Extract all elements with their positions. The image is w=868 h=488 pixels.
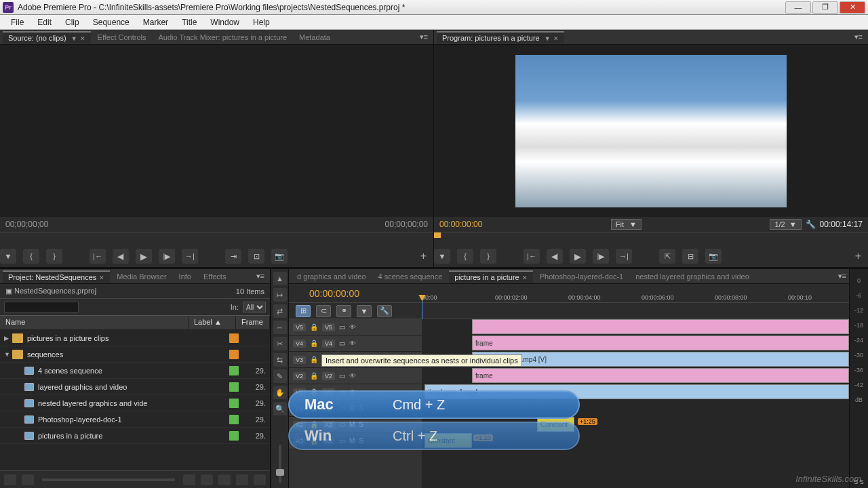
hand-tool-icon[interactable]: ✋ [273, 386, 287, 399]
export-frame-icon[interactable]: 📷 [705, 249, 722, 264]
step-back-icon[interactable]: ◀| [547, 249, 563, 264]
marker-button[interactable]: ▼ [357, 305, 372, 317]
tree-row[interactable]: layered graphics and video29. [0, 379, 270, 395]
panel-menu-icon[interactable]: ▾≡ [852, 33, 865, 41]
icon-view-icon[interactable] [22, 474, 34, 485]
tree-row[interactable]: pictures in a picture29. [0, 428, 270, 444]
tree-row[interactable]: ▶pictures in a picture clips [0, 330, 270, 346]
play-icon[interactable]: ▶ [136, 249, 152, 264]
tab-project[interactable]: Project: NestedSequences✕ [3, 270, 110, 283]
close-icon[interactable]: ✕ [522, 274, 528, 281]
add-transport-button[interactable]: + [855, 250, 861, 262]
audio-level-slider[interactable] [279, 445, 281, 483]
tree-row[interactable]: 4 scenes sequence29. [0, 363, 270, 379]
search-input[interactable] [4, 302, 79, 312]
clip-v4-frame[interactable]: frame [472, 336, 849, 350]
new-item-icon[interactable] [236, 474, 248, 485]
sort-icon[interactable] [183, 474, 195, 485]
panel-menu-icon[interactable]: ▾≡ [835, 272, 849, 281]
tab-program[interactable]: Program: pictures in a picture ▼✕ [437, 31, 564, 43]
menu-title[interactable]: Title [175, 16, 203, 28]
rate-tool-icon[interactable]: ↔ [273, 321, 287, 334]
pen-tool-icon[interactable]: ✎ [273, 369, 287, 383]
close-icon[interactable]: ✕ [99, 274, 104, 281]
minimize-button[interactable]: — [785, 1, 811, 14]
new-bin-icon[interactable] [218, 474, 231, 485]
in-point-icon[interactable]: { [457, 249, 473, 264]
goto-in-icon[interactable]: |← [90, 249, 106, 264]
panel-menu-icon[interactable]: ▾≡ [254, 272, 267, 281]
lift-icon[interactable]: ⇱ [659, 249, 675, 264]
overwrite-icon[interactable]: ⊡ [248, 249, 264, 264]
panel-menu-icon[interactable]: ▾≡ [417, 33, 431, 41]
selection-tool-icon[interactable]: ▲ [273, 272, 287, 285]
col-name[interactable]: Name [0, 316, 189, 329]
program-left-timecode[interactable]: 00:00:00:00 [439, 220, 482, 229]
slip-tool-icon[interactable]: ⇆ [273, 353, 287, 367]
menu-marker[interactable]: Marker [136, 16, 175, 28]
menu-edit[interactable]: Edit [31, 16, 58, 28]
insert-icon[interactable]: ⇥ [225, 249, 241, 264]
tab-effect-controls[interactable]: Effect Controls [92, 32, 152, 43]
snap-button[interactable]: ⊂ [316, 305, 331, 317]
play-icon[interactable]: ▶ [570, 249, 586, 264]
zoom-fit-dropdown[interactable]: Fit ▼ [611, 219, 642, 230]
track-select-tool-icon[interactable]: ↦ [273, 288, 287, 302]
step-fwd-icon[interactable]: |▶ [159, 249, 175, 264]
tree-row[interactable]: ▼sequences [0, 346, 270, 363]
tab-metadata[interactable]: Metadata [294, 32, 336, 43]
zoom-tool-icon[interactable]: 🔍 [273, 402, 287, 415]
program-ruler[interactable] [434, 232, 868, 245]
sequence-tab[interactable]: 4 scenes sequence [373, 271, 448, 282]
filter-in-dropdown[interactable]: All [243, 302, 266, 312]
delete-icon[interactable] [254, 474, 266, 485]
razor-tool-icon[interactable]: ✂ [273, 337, 287, 350]
menu-clip[interactable]: Clip [58, 16, 86, 28]
tab-source[interactable]: Source: (no clips) ▼✕ [3, 31, 91, 43]
nest-toggle-button[interactable]: ⊞ [296, 305, 311, 317]
in-point-icon[interactable]: { [23, 249, 39, 264]
tab-dropdown-icon[interactable]: ▼ [71, 35, 77, 42]
clip-v2-frame[interactable]: frame [472, 368, 849, 383]
find-icon[interactable] [201, 474, 213, 485]
goto-out-icon[interactable]: →| [616, 249, 632, 264]
tab-media-browser[interactable]: Media Browser [111, 271, 172, 282]
source-ruler[interactable] [0, 232, 433, 245]
step-back-icon[interactable]: ◀| [113, 249, 129, 264]
program-playhead[interactable] [434, 232, 441, 238]
linked-button[interactable]: ⚭ [336, 305, 351, 317]
out-point-icon[interactable]: } [46, 249, 62, 264]
goto-in-icon[interactable]: |← [524, 249, 540, 264]
sequence-tab[interactable]: d graphics and video [292, 271, 372, 282]
resolution-dropdown[interactable]: 1/2 ▼ [770, 219, 801, 230]
clip-v5[interactable] [472, 319, 849, 334]
restore-button[interactable]: ❐ [812, 1, 838, 14]
tab-info[interactable]: Info [174, 271, 197, 282]
sequence-tab[interactable]: nested layered graphics and video [630, 271, 755, 282]
menu-help[interactable]: Help [246, 16, 277, 28]
marker-icon[interactable]: ▼ [434, 249, 450, 264]
settings-icon[interactable]: 🔧 [806, 220, 816, 229]
tab-audio-mixer[interactable]: Audio Track Mixer: pictures in a picture [153, 32, 293, 43]
menu-sequence[interactable]: Sequence [86, 16, 136, 28]
track-header-v5[interactable]: V5🔒V5▭👁 [289, 319, 422, 336]
tab-effects[interactable]: Effects [198, 271, 231, 282]
thumb-size-slider[interactable] [42, 479, 175, 481]
list-view-icon[interactable] [4, 474, 16, 485]
col-frame[interactable]: Frame [236, 316, 270, 329]
close-icon[interactable]: ✕ [553, 35, 559, 42]
settings-button[interactable]: 🔧 [377, 305, 392, 317]
tree-row[interactable]: nested layered graphics and vide29. [0, 395, 270, 411]
step-fwd-icon[interactable]: |▶ [593, 249, 609, 264]
menu-file[interactable]: File [4, 16, 31, 28]
timeline-timecode[interactable]: 00:00:00:00 [289, 288, 422, 299]
track-header-v4[interactable]: V4🔒V4▭👁 [289, 336, 422, 352]
close-button[interactable]: ✕ [840, 1, 865, 14]
tree-row[interactable]: Photoshop-layered-doc-129. [0, 411, 270, 428]
goto-out-icon[interactable]: →| [182, 249, 198, 264]
export-frame-icon[interactable]: 📷 [271, 249, 288, 264]
track-header-v2[interactable]: V2🔒V2▭👁 [289, 368, 422, 384]
sequence-tab-active[interactable]: pictures in a picture✕ [449, 270, 532, 283]
close-icon[interactable]: ✕ [80, 35, 85, 42]
sequence-tab[interactable]: Photoshop-layered-doc-1 [534, 271, 629, 282]
